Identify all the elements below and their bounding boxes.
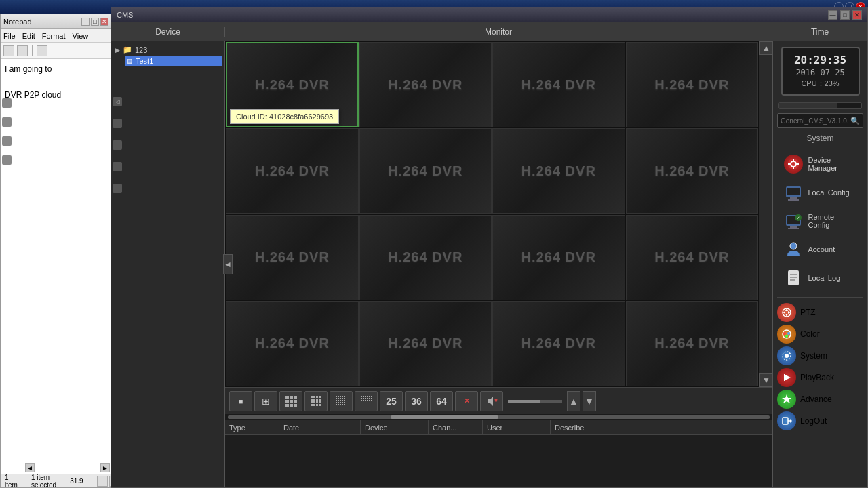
log-hscrollbar[interactable]	[228, 415, 770, 419]
svg-rect-32	[340, 398, 341, 399]
monitor-cell-5[interactable]: H.264 DVR	[359, 128, 492, 214]
svg-rect-5	[294, 400, 297, 403]
playback-btn[interactable]: PlayBack	[777, 368, 863, 387]
monitor-cell-8[interactable]: H.264 DVR	[226, 215, 359, 300]
view-1x1-btn[interactable]: ■	[229, 391, 252, 411]
nav-icon-3[interactable]	[2, 136, 12, 146]
left-nav-icon-2[interactable]	[113, 119, 122, 128]
volume-fill	[508, 400, 540, 403]
left-nav-icon-5[interactable]	[113, 184, 122, 193]
menu-file[interactable]: File	[3, 32, 16, 40]
view-4x4-btn[interactable]	[304, 391, 328, 411]
svg-rect-79	[788, 199, 799, 201]
mute-btn[interactable]	[480, 391, 503, 411]
svg-text:✓: ✓	[796, 216, 800, 220]
color-btn[interactable]: Color	[777, 325, 863, 344]
ptz-label: PTZ	[800, 308, 816, 317]
svg-rect-34	[344, 398, 345, 399]
view-36-btn[interactable]: 36	[405, 391, 428, 411]
right-panel: 20:29:35 2016-07-25 CPU：23% 🔍 System	[772, 41, 867, 487]
monitor-cell-4[interactable]: H.264 DVR	[226, 128, 359, 214]
cms-body: ▶ 📁 123 🖥 Test1 Cloud ID: 41028c8fa66296…	[111, 41, 867, 487]
search-bar[interactable]: 🔍	[777, 113, 863, 128]
menu-view[interactable]: View	[73, 32, 89, 40]
left-nav-icon-1[interactable]: ◁	[113, 97, 122, 106]
content-line-2: DVR P2P cloud	[5, 89, 107, 102]
monitor-cell-12[interactable]: H.264 DVR	[226, 301, 359, 386]
local-config-icon	[784, 183, 803, 202]
account-btn[interactable]: Account	[780, 237, 861, 262]
svg-rect-22	[313, 404, 315, 406]
view-25-btn[interactable]: 25	[380, 391, 403, 411]
nav-icon-2[interactable]	[2, 117, 12, 127]
view-3x3-btn[interactable]	[279, 391, 302, 411]
notepad-min[interactable]: —	[81, 18, 90, 26]
monitor-scroll-down[interactable]: ▼	[760, 373, 772, 387]
toolbar-icon-3[interactable]	[37, 45, 47, 56]
monitor-cell-6[interactable]: H.264 DVR	[492, 128, 625, 214]
view-5x5-btn[interactable]	[330, 391, 353, 411]
notepad-max[interactable]: □	[91, 18, 99, 26]
local-config-btn[interactable]: Local Config	[780, 180, 861, 205]
view-64-btn[interactable]: 64	[430, 391, 453, 411]
toolbar-icon-2[interactable]	[17, 45, 28, 56]
header-time: Time	[772, 27, 867, 37]
scroll-left-arrow[interactable]: ◄	[25, 463, 35, 472]
volume-slider[interactable]	[508, 400, 562, 403]
toolbar-icon-1[interactable]	[3, 45, 14, 56]
logout-btn[interactable]: LogOut	[777, 411, 863, 430]
menu-format[interactable]: Format	[42, 32, 66, 40]
svg-rect-35	[336, 400, 337, 401]
local-log-btn[interactable]: Local Log	[780, 266, 861, 290]
remote-config-btn[interactable]: ✓ Remote Config	[780, 209, 861, 233]
monitor-cell-11[interactable]: H.264 DVR	[626, 215, 759, 300]
tree-item-test1[interactable]: 🖥 Test1	[125, 56, 222, 66]
monitor-cell-7[interactable]: H.264 DVR	[626, 128, 759, 214]
statusbar-icon-1[interactable]	[97, 476, 108, 487]
advance-btn[interactable]: Advance	[777, 390, 863, 409]
nav-icon-4[interactable]	[2, 155, 12, 165]
notepad-content[interactable]: I am going to DVR P2P cloud	[1, 59, 111, 106]
search-icon[interactable]: 🔍	[850, 117, 860, 125]
cms-close-btn[interactable]: ✕	[852, 10, 862, 20]
monitor-scroll-up[interactable]: ▲	[760, 41, 772, 55]
view-2x2-btn[interactable]: ⊞	[254, 391, 277, 411]
menu-edit[interactable]: Edit	[22, 32, 35, 40]
monitor-cell-15[interactable]: H.264 DVR	[626, 301, 759, 386]
monitor-cell-14[interactable]: H.264 DVR	[492, 301, 625, 386]
device-manager-btn[interactable]: Device Manager	[780, 152, 861, 176]
log-area: Type Date Device Chan... User Describe	[225, 420, 772, 487]
log-col-channel: Chan...	[429, 420, 483, 434]
svg-rect-60	[369, 398, 370, 399]
svg-rect-40	[336, 402, 337, 403]
scroll-up-btn[interactable]: ▲	[567, 391, 580, 411]
svg-rect-89	[788, 270, 799, 285]
monitor-cell-2[interactable]: H.264 DVR	[492, 42, 625, 127]
left-nav-icon-3[interactable]	[113, 140, 122, 150]
local-log-label: Local Log	[808, 274, 841, 282]
cms-maximize-btn[interactable]: □	[840, 10, 850, 20]
monitor-scrollbar: ▲ ▼	[759, 41, 772, 387]
monitor-cell-10[interactable]: H.264 DVR	[492, 215, 625, 300]
search-input[interactable]	[781, 117, 848, 125]
panel-collapse-arrow[interactable]: ◄	[223, 254, 233, 274]
notepad-close[interactable]: ✕	[100, 18, 108, 26]
system-btn[interactable]: System	[777, 346, 863, 365]
monitor-cell-1[interactable]: H.264 DVR	[359, 42, 492, 127]
cms-minimize-btn[interactable]: —	[828, 10, 837, 20]
monitor-cell-label-9: H.264 DVR	[388, 249, 462, 265]
monitor-cell-9[interactable]: H.264 DVR	[359, 215, 492, 300]
scroll-right-arrow[interactable]: ►	[100, 463, 110, 472]
left-nav-icon-4[interactable]	[113, 162, 122, 171]
scroll-down-btn[interactable]: ▼	[583, 391, 596, 411]
monitor-cell-3[interactable]: H.264 DVR	[626, 42, 759, 127]
nav-icon-1[interactable]	[2, 98, 12, 108]
view-6x6-btn[interactable]	[355, 391, 378, 411]
monitor-cell-13[interactable]: H.264 DVR	[359, 301, 492, 386]
svg-rect-37	[340, 400, 341, 401]
header-time-label: Time	[811, 27, 829, 37]
close-all-btn[interactable]: ✕	[455, 391, 478, 411]
ptz-btn[interactable]: PTZ	[777, 303, 863, 322]
header-monitor-label: Monitor	[485, 27, 512, 37]
tree-item-root[interactable]: ▶ 📁 123	[114, 44, 222, 56]
